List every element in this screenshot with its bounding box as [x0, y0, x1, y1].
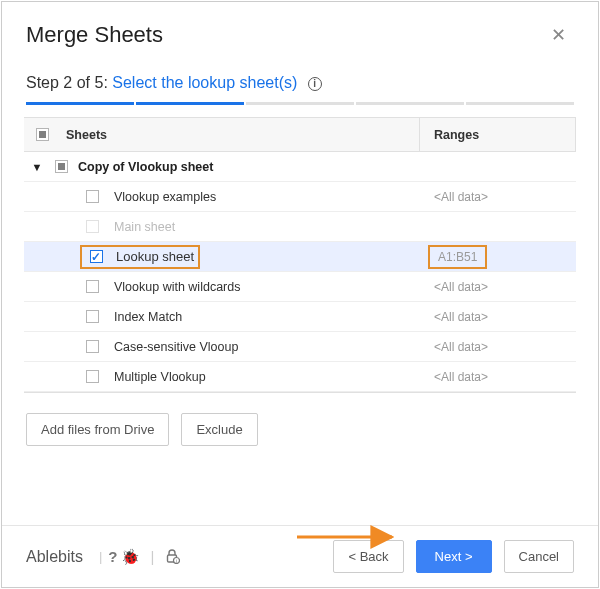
table-row[interactable]: Index Match<All data>	[24, 302, 576, 332]
row-checkbox[interactable]	[86, 190, 99, 203]
sheets-table: Sheets Ranges ▼ Copy of Vlookup sheet Vl…	[24, 117, 576, 393]
progress-seg-1	[26, 102, 134, 105]
row-checkbox-cell[interactable]	[80, 332, 104, 361]
row-checkbox[interactable]	[90, 250, 103, 263]
footer-divider: |	[99, 549, 102, 564]
progress-bar	[2, 98, 598, 105]
group-checkbox[interactable]	[55, 160, 68, 173]
table-row[interactable]: Case-sensitive Vlooup<All data>	[24, 332, 576, 362]
sheet-name: Vlookup with wildcards	[104, 272, 420, 301]
row-checkbox-cell[interactable]	[80, 272, 104, 301]
close-icon[interactable]: ✕	[543, 20, 574, 50]
svg-text:i: i	[176, 558, 177, 564]
row-checkbox-cell[interactable]	[86, 247, 106, 267]
footer-divider-2: |	[150, 548, 154, 566]
row-checkbox-cell[interactable]	[80, 362, 104, 391]
exclude-button[interactable]: Exclude	[181, 413, 257, 446]
header-sheets-label: Sheets	[60, 118, 420, 151]
row-checkbox[interactable]	[86, 340, 99, 353]
table-row[interactable]: Lookup sheetA1:B51	[24, 242, 576, 272]
range-value[interactable]: <All data>	[420, 362, 576, 391]
sheet-name: Vlookup examples	[104, 182, 420, 211]
header-ranges-label: Ranges	[420, 118, 576, 151]
add-files-button[interactable]: Add files from Drive	[26, 413, 169, 446]
step-prefix: Step 2 of 5:	[26, 74, 108, 91]
row-checkbox[interactable]	[86, 310, 99, 323]
select-all-checkbox[interactable]	[36, 128, 49, 141]
row-checkbox	[86, 220, 99, 233]
sheet-name: Case-sensitive Vlooup	[104, 332, 420, 361]
sheet-name: Multiple Vlookup	[104, 362, 420, 391]
dialog-title: Merge Sheets	[26, 22, 543, 48]
row-checkbox-cell[interactable]	[80, 182, 104, 211]
lock-info-icon[interactable]: i	[164, 548, 180, 566]
table-row[interactable]: Main sheet	[24, 212, 576, 242]
next-button[interactable]: Next >	[416, 540, 492, 573]
group-checkbox-cell[interactable]	[50, 160, 72, 173]
row-checkbox-cell[interactable]	[80, 302, 104, 331]
secondary-actions: Add files from Drive Exclude	[2, 393, 598, 446]
table-body: Vlookup examples<All data>Main sheetLook…	[24, 182, 576, 392]
range-value[interactable]: <All data>	[420, 332, 576, 361]
merge-sheets-dialog: Merge Sheets ✕ Step 2 of 5: Select the l…	[1, 1, 599, 588]
table-row[interactable]: Vlookup examples<All data>	[24, 182, 576, 212]
dialog-footer: Ablebits | ? 🐞 | i < Back Next > Cancel	[2, 525, 598, 587]
brand-label: Ablebits	[26, 548, 83, 566]
range-value[interactable]: <All data>	[420, 182, 576, 211]
row-checkbox[interactable]	[86, 370, 99, 383]
highlight-box-left: Lookup sheet	[80, 245, 200, 269]
info-icon[interactable]: i	[308, 77, 322, 91]
footer-icons: ? 🐞 | i	[108, 548, 180, 566]
group-collapse-icon[interactable]: ▼	[24, 161, 50, 173]
sheet-name: Lookup sheet	[106, 249, 194, 264]
progress-seg-2	[136, 102, 244, 105]
table-row[interactable]: Vlookup with wildcards<All data>	[24, 272, 576, 302]
header-checkbox-cell[interactable]	[24, 128, 60, 141]
wizard-nav: < Back Next > Cancel	[333, 540, 574, 573]
step-indicator: Step 2 of 5: Select the lookup sheet(s) …	[2, 54, 598, 98]
progress-seg-5	[466, 102, 574, 105]
highlight-box-right[interactable]: A1:B51	[428, 245, 487, 269]
help-icon[interactable]: ?	[108, 548, 117, 566]
range-value[interactable]: <All data>	[420, 272, 576, 301]
row-checkbox[interactable]	[86, 280, 99, 293]
row-checkbox-cell	[80, 212, 104, 241]
range-value	[420, 212, 576, 241]
sheet-name: Index Match	[104, 302, 420, 331]
dialog-header: Merge Sheets ✕	[2, 2, 598, 54]
progress-seg-4	[356, 102, 464, 105]
group-name: Copy of Vlookup sheet	[72, 160, 213, 174]
step-title-link[interactable]: Select the lookup sheet(s)	[112, 74, 297, 91]
table-row[interactable]: Multiple Vlookup<All data>	[24, 362, 576, 392]
spreadsheet-group-row[interactable]: ▼ Copy of Vlookup sheet	[24, 152, 576, 182]
cancel-button[interactable]: Cancel	[504, 540, 574, 573]
back-button[interactable]: < Back	[333, 540, 403, 573]
range-value[interactable]: <All data>	[420, 302, 576, 331]
sheet-name: Main sheet	[104, 212, 420, 241]
range-cell: A1:B51	[420, 242, 576, 271]
table-header-row: Sheets Ranges	[24, 118, 576, 152]
progress-seg-3	[246, 102, 354, 105]
bug-icon[interactable]: 🐞	[121, 548, 140, 566]
